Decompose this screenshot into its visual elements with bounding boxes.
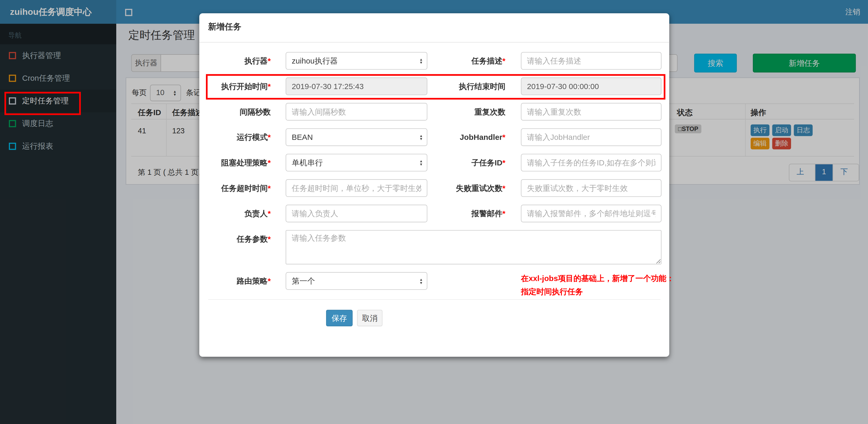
run-mode-label: 运行模式* [199, 128, 271, 146]
executor-label: 执行器* [199, 52, 271, 70]
repeat-label: 重复次数 [404, 103, 505, 121]
child-job-input[interactable] [521, 154, 661, 171]
job-desc-input[interactable] [521, 52, 661, 70]
interval-label: 间隔秒数 [199, 103, 271, 121]
save-button[interactable]: 保存 [326, 310, 353, 326]
start-time-label: 执行开始时间* [199, 77, 271, 95]
block-strategy-label: 阻塞处理策略* [199, 154, 271, 171]
divider [208, 299, 660, 300]
repeat-input[interactable] [521, 103, 661, 121]
end-time-label: 执行结束时间 [404, 77, 505, 95]
job-param-textarea[interactable] [286, 230, 661, 264]
select-arrows-icon: ▲▼ [420, 278, 423, 284]
fail-retry-label: 失败重试次数* [404, 179, 505, 197]
fail-retry-input[interactable] [521, 179, 661, 197]
timeout-label: 任务超时时间* [199, 179, 271, 197]
alarm-email-input[interactable] [521, 205, 661, 222]
child-job-label: 子任务ID* [404, 154, 505, 171]
owner-label: 负责人* [199, 205, 271, 222]
job-desc-label: 任务描述* [404, 52, 505, 70]
job-handler-label: JobHandler* [404, 128, 505, 146]
job-handler-input[interactable] [521, 128, 661, 146]
cancel-button[interactable]: 取消 [357, 310, 383, 326]
job-param-label: 任务参数* [199, 230, 271, 248]
feature-note: 在xxl-jobs项目的基础上，新增了一个功能： 指定时间执行任务 [521, 272, 676, 298]
modal-title: 新增任务 [208, 22, 241, 32]
app-viewport: zuihou任务调度中心 注销 导航 执行器管理 Cron任务管理 定时任务管理… [0, 0, 868, 424]
divider [199, 42, 670, 42]
add-task-modal: 新增任务 执行器* zuihou执行器 ▲▼ 任务描述* 执行开始时间* 执行结… [199, 13, 670, 357]
route-strategy-select[interactable]: 第一个 ▲▼ [286, 272, 428, 290]
end-time-input[interactable] [521, 77, 661, 95]
route-strategy-label: 路由策略* [199, 272, 271, 290]
alarm-email-label: 报警邮件* [404, 205, 505, 222]
